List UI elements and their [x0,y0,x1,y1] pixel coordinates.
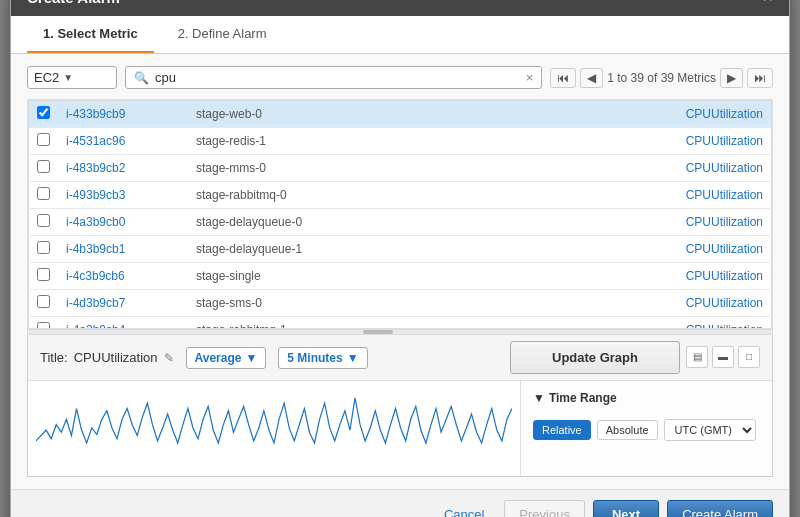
edit-title-icon[interactable]: ✎ [164,351,174,365]
modal-header: Create Alarm × [11,0,789,16]
table-row[interactable]: i-4a3b9cb0 stage-delayqueue-0 CPUUtiliza… [29,209,772,236]
instance-name-1: stage-web-0 [188,101,518,128]
row-checkbox-4[interactable] [37,187,50,200]
tabs-bar: 1. Select Metric 2. Define Alarm [11,16,789,54]
previous-button[interactable]: Previous [504,500,585,517]
stat-label: Average [195,351,242,365]
tab-select-metric[interactable]: 1. Select Metric [27,16,154,53]
view-icons: ▤ ▬ □ [686,346,760,368]
instance-name-4: stage-rabbitmq-0 [188,182,518,209]
pagination-controls: ⏮ ◀ 1 to 39 of 39 Metrics ▶ ⏭ [550,68,773,88]
stat-select[interactable]: Average ▼ [186,347,267,369]
graph-header: Title: CPUUtilization ✎ Average ▼ 5 Minu… [28,335,772,381]
service-label: EC2 [34,70,59,85]
create-alarm-button[interactable]: Create Alarm [667,500,773,517]
scrollbar-thumb[interactable] [363,330,393,334]
time-label: 5 Minutes [287,351,342,365]
row-checkbox-7[interactable] [37,268,50,281]
instance-id-3: i-483b9cb2 [58,155,188,182]
metric-name-3: CPUUtilization [518,155,772,182]
graph-chart [28,381,520,476]
graph-title: Title: CPUUtilization ✎ [40,350,174,365]
row-checkbox-2[interactable] [37,133,50,146]
graph-title-value: CPUUtilization [74,350,158,365]
scrollbar[interactable] [27,329,773,335]
instance-id-5: i-4a3b9cb0 [58,209,188,236]
metric-name-7: CPUUtilization [518,263,772,290]
row-checkbox-6[interactable] [37,241,50,254]
chevron-down-icon: ▼ [63,72,73,83]
instance-id-6: i-4b3b9cb1 [58,236,188,263]
graph-area: ▼ Time Range Relative Absolute UTC (GMT) [28,381,772,476]
row-checkbox-8[interactable] [37,295,50,308]
pagination-text: 1 to 39 of 39 Metrics [607,71,716,85]
next-page-button[interactable]: ▶ [720,68,743,88]
graph-title-prefix: Title: [40,350,68,365]
service-select[interactable]: EC2 ▼ [27,66,117,89]
next-button[interactable]: Next [593,500,659,517]
update-graph-button[interactable]: Update Graph [510,341,680,374]
absolute-button[interactable]: Absolute [597,420,658,440]
table-row[interactable]: i-4d3b9cb7 stage-sms-0 CPUUtilization [29,290,772,317]
instance-id-4: i-493b9cb3 [58,182,188,209]
view-bar-icon-button[interactable]: ▬ [712,346,734,368]
metric-name-6: CPUUtilization [518,236,772,263]
row-checkbox-3[interactable] [37,160,50,173]
instance-id-2: i-4531ac96 [58,128,188,155]
time-range-triangle-icon: ▼ [533,391,545,405]
instance-name-9: stage-rabbitmq-1 [188,317,518,330]
time-select[interactable]: 5 Minutes ▼ [278,347,367,369]
modal-body: EC2 ▼ 🔍 × ⏮ ◀ 1 to 39 of 39 Metrics ▶ ⏭ [11,54,789,489]
table-row[interactable]: i-4b3b9cb1 stage-delayqueue-1 CPUUtiliza… [29,236,772,263]
table-row[interactable]: i-4531ac96 stage-redis-1 CPUUtilization [29,128,772,155]
metrics-table-wrapper: i-433b9cb9 stage-web-0 CPUUtilization i-… [27,99,773,329]
prev-page-button[interactable]: ◀ [580,68,603,88]
table-row[interactable]: i-4c3b9cb6 stage-single CPUUtilization [29,263,772,290]
search-icon: 🔍 [134,71,149,85]
instance-name-3: stage-mms-0 [188,155,518,182]
row-checkbox-5[interactable] [37,214,50,227]
stat-chevron-icon: ▼ [245,351,257,365]
tab-define-alarm[interactable]: 2. Define Alarm [162,16,283,53]
row-checkbox-1[interactable] [37,106,50,119]
metric-name-5: CPUUtilization [518,209,772,236]
instance-id-1: i-433b9cb9 [58,101,188,128]
table-row[interactable]: i-4e3b9cb4 stage-rabbitmq-1 CPUUtilizati… [29,317,772,330]
search-row: EC2 ▼ 🔍 × ⏮ ◀ 1 to 39 of 39 Metrics ▶ ⏭ [27,66,773,89]
modal-title: Create Alarm [27,0,120,6]
instance-name-7: stage-single [188,263,518,290]
first-page-button[interactable]: ⏮ [550,68,576,88]
graph-right-panel: ▼ Time Range Relative Absolute UTC (GMT) [520,381,772,476]
last-page-button[interactable]: ⏭ [747,68,773,88]
metric-name-1: CPUUtilization [518,101,772,128]
view-line-icon-button[interactable]: □ [738,346,760,368]
metric-name-4: CPUUtilization [518,182,772,209]
graph-header-right: Update Graph ▤ ▬ □ [510,341,760,374]
metric-name-9: CPUUtilization [518,317,772,330]
table-row[interactable]: i-493b9cb3 stage-rabbitmq-0 CPUUtilizati… [29,182,772,209]
instance-name-2: stage-redis-1 [188,128,518,155]
search-input[interactable] [155,70,526,85]
timezone-select[interactable]: UTC (GMT) [664,419,756,441]
relative-button[interactable]: Relative [533,420,591,440]
table-row[interactable]: i-483b9cb2 stage-mms-0 CPUUtilization [29,155,772,182]
table-row[interactable]: i-433b9cb9 stage-web-0 CPUUtilization [29,101,772,128]
view-table-icon-button[interactable]: ▤ [686,346,708,368]
instance-id-7: i-4c3b9cb6 [58,263,188,290]
instance-name-6: stage-delayqueue-1 [188,236,518,263]
create-alarm-modal: Create Alarm × 1. Select Metric 2. Defin… [10,0,790,517]
metric-name-2: CPUUtilization [518,128,772,155]
row-checkbox-9[interactable] [37,322,50,329]
search-input-wrapper: 🔍 × [125,66,542,89]
instance-id-8: i-4d3b9cb7 [58,290,188,317]
clear-search-button[interactable]: × [526,70,534,85]
instance-name-5: stage-delayqueue-0 [188,209,518,236]
time-range-controls: Relative Absolute UTC (GMT) [533,419,760,441]
close-button[interactable]: × [762,0,773,6]
cancel-button[interactable]: Cancel [432,501,496,517]
modal-footer: Cancel Previous Next Create Alarm [11,489,789,517]
time-range-label: Time Range [549,391,617,405]
metrics-table: i-433b9cb9 stage-web-0 CPUUtilization i-… [28,100,772,329]
time-range-title: ▼ Time Range [533,391,760,405]
sparkline-svg [36,387,512,457]
